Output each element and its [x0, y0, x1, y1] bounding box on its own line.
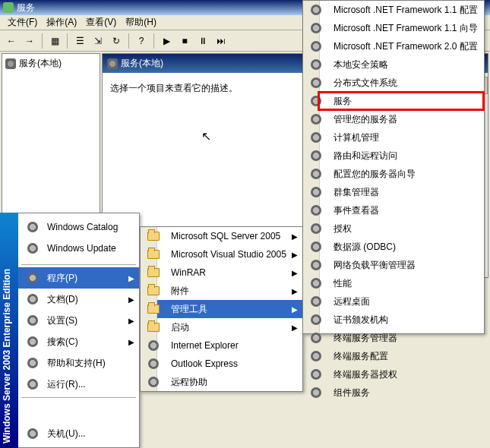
- submenu-arrow-icon: ▶: [128, 295, 134, 304]
- submenu-arrow-icon: ▶: [128, 317, 134, 325]
- right-pane-title: 服务(本地): [121, 57, 163, 70]
- show-hide-tree-button[interactable]: ▦: [46, 33, 63, 49]
- admin-item-label: 终端服务器授权: [334, 368, 397, 381]
- start-item-run[interactable]: 运行(R)...: [18, 374, 139, 395]
- start-item-label: 设置(S): [47, 314, 77, 327]
- start-item-search[interactable]: 搜索(C)▶: [18, 331, 139, 352]
- programs-item[interactable]: 启动▶: [157, 318, 302, 336]
- start-item-catalog[interactable]: Windows Catalog: [18, 216, 139, 238]
- start-menu-banner: Windows Server 2003 Enterprise Edition: [0, 213, 18, 448]
- programs-item[interactable]: 附件▶: [157, 282, 302, 300]
- start-menu: Windows Server 2003 Enterprise Edition W…: [0, 213, 140, 448]
- programs-item-label: 启动: [171, 321, 189, 334]
- app-icon: [3, 2, 14, 13]
- programs-item[interactable]: Microsoft SQL Server 2005▶: [157, 227, 302, 245]
- admin-item-tslic[interactable]: 终端服务器授权: [320, 365, 484, 383]
- admin-item-label: 授权: [334, 222, 352, 235]
- help-button[interactable]: ?: [133, 33, 150, 49]
- admin-item-dfs[interactable]: 分布式文件系统: [320, 74, 484, 92]
- start-item-label: 程序(P): [47, 272, 77, 285]
- properties-button[interactable]: ☰: [71, 33, 88, 49]
- programs-item[interactable]: 管理工具▶: [157, 300, 302, 318]
- left-tree-root[interactable]: 服务(本地): [5, 57, 96, 70]
- programs-item[interactable]: Microsoft Visual Studio 2005▶: [157, 245, 302, 263]
- admin-item-label: 事件查看器: [334, 204, 379, 217]
- admin-item-sec[interactable]: 本地安全策略: [320, 55, 484, 74]
- highlight-box: [318, 91, 485, 111]
- admin-item-label: 性能: [334, 277, 352, 290]
- refresh-button[interactable]: ↻: [108, 33, 125, 49]
- start-item-label: 运行(R)...: [47, 378, 86, 391]
- start-item-programs[interactable]: 程序(P)▶: [18, 267, 139, 289]
- admin-item-rdp[interactable]: 远程桌面: [320, 292, 484, 311]
- admin-item-comp[interactable]: 计算机管理: [320, 128, 484, 147]
- programs-item-label: 远程协助: [171, 376, 207, 389]
- admin-item-nlb[interactable]: 网络负载平衡管理器: [320, 256, 484, 274]
- programs-item[interactable]: Internet Explorer: [157, 336, 302, 355]
- start-item-label: 关机(U)...: [47, 427, 86, 440]
- left-tree-root-label: 服务(本地): [19, 57, 62, 70]
- menu-action[interactable]: 操作(A): [42, 14, 81, 30]
- start-item-shutdown[interactable]: 关机(U)...: [18, 423, 139, 444]
- programs-item[interactable]: WinRAR▶: [157, 263, 302, 282]
- admin-item-route[interactable]: 路由和远程访问: [320, 147, 484, 165]
- admin-item-net[interactable]: Microsoft .NET Framework 1.1 配置: [320, 1, 484, 19]
- admin-item-label: Microsoft .NET Framework 1.1 配置: [334, 4, 478, 17]
- programs-item-label: 附件: [171, 285, 189, 298]
- admin-item-label: 网络负载平衡管理器: [334, 259, 416, 272]
- forward-button[interactable]: →: [21, 33, 38, 49]
- pause-svc-button[interactable]: ⏸: [194, 33, 211, 49]
- start-item-documents[interactable]: 文档(D)▶: [18, 289, 139, 310]
- start-item-label: 文档(D): [47, 293, 78, 306]
- admin-item-label: 分布式文件系统: [334, 77, 397, 90]
- admin-item-cfg[interactable]: 配置您的服务器向导: [320, 165, 484, 183]
- programs-item[interactable]: 远程协助: [157, 373, 302, 391]
- submenu-arrow-icon: ▶: [292, 269, 298, 277]
- programs-item[interactable]: Outlook Express: [157, 355, 302, 373]
- start-item-label: Windows Catalog: [47, 222, 118, 232]
- programs-item-label: Microsoft Visual Studio 2005: [171, 249, 286, 260]
- start-item-update[interactable]: Windows Update: [18, 238, 139, 259]
- admin-item-label: 远程桌面: [334, 295, 370, 308]
- start-menu-body: Windows CatalogWindows Update 程序(P)▶文档(D…: [18, 213, 140, 448]
- submenu-arrow-icon: ▶: [292, 323, 298, 332]
- start-item-settings[interactable]: 设置(S)▶: [18, 310, 139, 331]
- programs-submenu: Microsoft SQL Server 2005▶Microsoft Visu…: [140, 226, 303, 392]
- programs-item-label: Outlook Express: [171, 358, 238, 369]
- start-item-help[interactable]: 帮助和支持(H): [18, 352, 139, 374]
- admin-item-ca[interactable]: 证书颁发机构: [320, 311, 484, 329]
- programs-item-label: Internet Explorer: [171, 340, 239, 351]
- admin-item-label: 数据源 (ODBC): [334, 241, 396, 254]
- services-icon: [107, 58, 118, 69]
- admin-item-perf[interactable]: 性能: [320, 274, 484, 292]
- submenu-arrow-icon: ▶: [292, 232, 298, 241]
- restart-svc-button[interactable]: ⏭: [213, 33, 229, 49]
- admin-item-ts[interactable]: 终端服务管理器: [320, 329, 484, 347]
- start-svc-button[interactable]: ▶: [158, 33, 175, 49]
- admin-item-cluster[interactable]: 群集管理器: [320, 183, 484, 201]
- admin-item-label: 组件服务: [334, 386, 370, 399]
- services-icon: [5, 58, 16, 69]
- admin-item-comsvc[interactable]: 组件服务: [320, 383, 484, 402]
- admin-item-tscfg[interactable]: 终端服务配置: [320, 347, 484, 365]
- back-button[interactable]: ←: [3, 33, 20, 49]
- admin-tools-submenu: Microsoft .NET Framework 1.1 配置Microsoft…: [302, 0, 485, 334]
- submenu-arrow-icon: ▶: [292, 251, 298, 259]
- admin-item-label: 路由和远程访问: [334, 150, 397, 162]
- menu-view[interactable]: 查看(V): [81, 14, 121, 30]
- admin-item-lic[interactable]: 授权: [320, 219, 484, 238]
- admin-item-label: Microsoft .NET Framework 1.1 向导: [334, 22, 478, 35]
- menu-help[interactable]: 帮助(H): [121, 14, 161, 30]
- export-button[interactable]: ⇲: [90, 33, 106, 49]
- start-item-label: 帮助和支持(H): [47, 357, 106, 370]
- menu-file[interactable]: 文件(F): [3, 14, 42, 30]
- admin-item-odbc[interactable]: 数据源 (ODBC): [320, 238, 484, 256]
- admin-item-net[interactable]: Microsoft .NET Framework 2.0 配置: [320, 37, 484, 55]
- admin-item-label: 管理您的服务器: [334, 113, 397, 126]
- admin-item-net[interactable]: Microsoft .NET Framework 1.1 向导: [320, 19, 484, 37]
- stop-svc-button[interactable]: ■: [176, 33, 193, 49]
- admin-item-mgr[interactable]: 管理您的服务器: [320, 110, 484, 128]
- admin-item-label: 终端服务配置: [334, 350, 388, 363]
- admin-item-event[interactable]: 事件查看器: [320, 201, 484, 219]
- submenu-arrow-icon: ▶: [128, 274, 134, 282]
